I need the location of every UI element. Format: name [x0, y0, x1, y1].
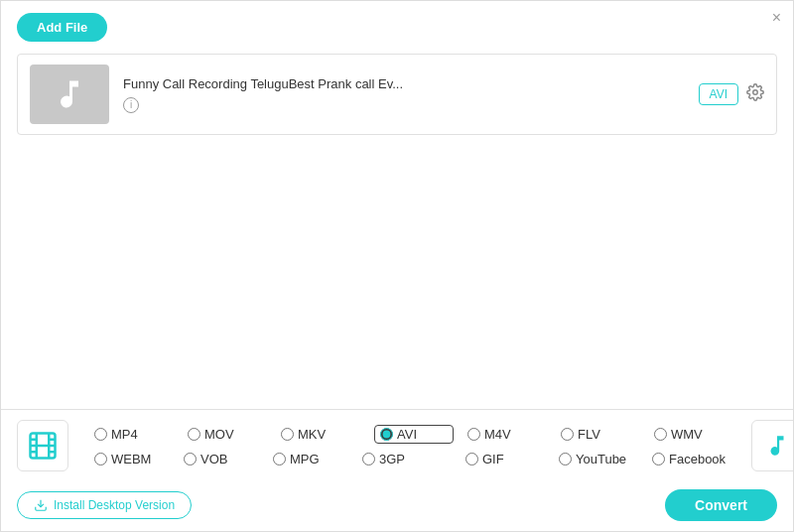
format-webm-radio[interactable] — [94, 453, 107, 466]
format-options-container: MP4 MOV MKV AVI M4V — [94, 425, 733, 466]
format-badge[interactable]: AVI — [699, 83, 738, 105]
format-mpg-label: MPG — [290, 452, 320, 466]
format-vob-label: VOB — [200, 452, 227, 466]
format-facebook-radio[interactable] — [652, 453, 665, 466]
format-mp4-option[interactable]: MP4 — [94, 427, 174, 442]
format-youtube-radio[interactable] — [559, 453, 572, 466]
format-mov-radio[interactable] — [188, 428, 200, 441]
settings-button[interactable] — [746, 83, 764, 105]
format-webm-label: WEBM — [111, 452, 151, 466]
format-facebook-option[interactable]: Facebook — [652, 452, 731, 466]
format-youtube-label: YouTube — [576, 452, 626, 466]
format-avi-label: AVI — [397, 427, 417, 442]
file-name: Funny Call Recording TeluguBest Prank ca… — [123, 76, 699, 91]
format-row-1: MP4 MOV MKV AVI M4V — [94, 425, 733, 444]
format-avi-radio[interactable] — [380, 428, 393, 441]
format-flv-radio[interactable] — [561, 428, 574, 441]
svg-point-0 — [753, 90, 758, 95]
format-mov-label: MOV — [204, 427, 234, 442]
format-mov-option[interactable]: MOV — [188, 427, 267, 442]
format-3gp-radio[interactable] — [362, 453, 375, 466]
format-mpg-radio[interactable] — [273, 453, 286, 466]
format-mkv-option[interactable]: MKV — [281, 427, 360, 442]
format-mp4-label: MP4 — [111, 427, 138, 442]
format-flv-label: FLV — [578, 427, 600, 442]
film-icon — [28, 431, 58, 461]
download-icon — [34, 498, 48, 512]
format-mp4-radio[interactable] — [94, 428, 107, 441]
format-mkv-label: MKV — [298, 427, 326, 442]
bottom-section: MP4 MOV MKV AVI M4V — [1, 409, 793, 531]
format-vob-option[interactable]: VOB — [184, 452, 263, 466]
info-icon[interactable]: i — [123, 97, 139, 113]
format-flv-option[interactable]: FLV — [561, 427, 640, 442]
format-webm-option[interactable]: WEBM — [94, 452, 174, 466]
format-wmv-label: WMV — [671, 427, 703, 442]
format-wmv-option[interactable]: WMV — [654, 427, 733, 442]
music-icon — [52, 76, 87, 112]
file-item: Funny Call Recording TeluguBest Prank ca… — [18, 55, 776, 134]
close-button[interactable]: × — [772, 9, 781, 27]
format-gif-radio[interactable] — [465, 453, 478, 466]
format-row-2: WEBM VOB MPG 3GP GIF — [94, 452, 733, 466]
video-format-icon-box[interactable] — [17, 420, 68, 471]
install-button-label: Install Desktop Version — [54, 498, 175, 512]
format-mkv-radio[interactable] — [281, 428, 294, 441]
format-mpg-option[interactable]: MPG — [273, 452, 352, 466]
header: Add File — [1, 1, 793, 54]
file-list: Funny Call Recording TeluguBest Prank ca… — [17, 54, 777, 135]
format-youtube-option[interactable]: YouTube — [559, 452, 638, 466]
format-gif-option[interactable]: GIF — [465, 452, 545, 466]
format-3gp-option[interactable]: 3GP — [362, 452, 442, 466]
format-facebook-label: Facebook — [669, 452, 726, 466]
format-gif-label: GIF — [482, 452, 504, 466]
action-row: Install Desktop Version Convert — [1, 481, 793, 531]
audio-icon — [764, 433, 790, 459]
audio-format-icon-box[interactable] — [751, 420, 794, 471]
format-vob-radio[interactable] — [184, 453, 197, 466]
format-3gp-label: 3GP — [379, 452, 405, 466]
file-info: Funny Call Recording TeluguBest Prank ca… — [109, 76, 699, 113]
file-actions: AVI — [699, 83, 764, 105]
format-wmv-radio[interactable] — [654, 428, 667, 441]
format-m4v-radio[interactable] — [467, 428, 480, 441]
format-row: MP4 MOV MKV AVI M4V — [1, 409, 793, 481]
install-desktop-button[interactable]: Install Desktop Version — [17, 491, 192, 519]
convert-button[interactable]: Convert — [665, 489, 777, 521]
format-m4v-label: M4V — [484, 427, 511, 442]
add-file-button[interactable]: Add File — [17, 13, 107, 42]
format-avi-option[interactable]: AVI — [374, 425, 454, 444]
file-thumbnail — [30, 65, 109, 124]
format-m4v-option[interactable]: M4V — [467, 427, 547, 442]
